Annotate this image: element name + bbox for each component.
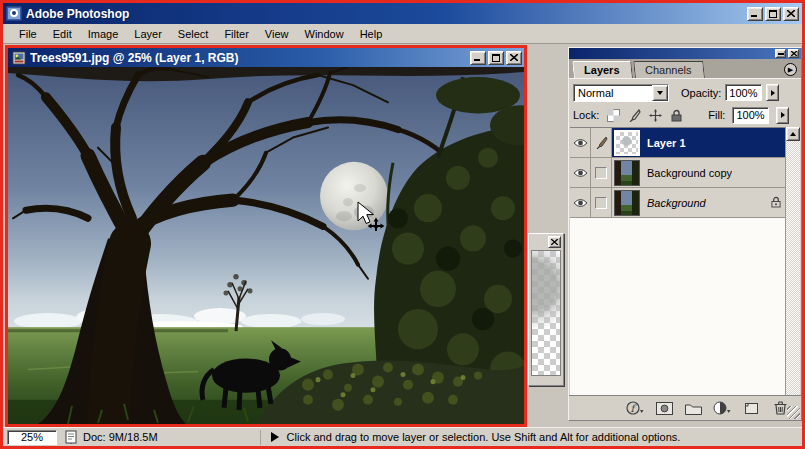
svg-text:f: f [630,402,637,413]
status-bar: 25% Doc: 9M/18.5M Click and drag to move… [3,427,802,446]
document-window: Trees9591.jpg @ 25% (Layer 1, RGB) [5,45,527,427]
moon [320,162,388,231]
layer-lock-icon [771,196,781,210]
layer-name[interactable]: Background [647,197,706,209]
doc-size-readout[interactable]: Doc: 9M/18.5M [83,431,158,443]
layer-row-layer1[interactable]: Layer 1 [570,128,787,158]
scroll-up-icon[interactable] [786,127,800,141]
doc-restore-button[interactable] [488,51,504,65]
palette-minimize-button[interactable] [775,49,786,58]
menu-edit[interactable]: Edit [45,26,80,42]
document-file-icon [12,51,26,65]
menu-view[interactable]: View [257,26,297,42]
maximize-button[interactable] [765,7,781,21]
link-cell[interactable] [591,188,612,217]
status-hint-text: Click and drag to move layer or selectio… [287,431,681,443]
layers-palette: Layers Channels ▶ Normal Opacity: 100% L… [568,47,802,421]
link-cell[interactable] [591,158,612,187]
lock-fill-row: Lock: Fill: 100% [569,103,801,125]
lock-all-icon[interactable] [669,108,683,122]
fill-slider-icon[interactable] [776,107,789,124]
layer-row-main[interactable]: Layer 1 [612,128,787,157]
lock-position-icon[interactable] [648,108,662,122]
palette-close-button[interactable] [788,49,799,58]
status-hint-section: Click and drag to move layer or selectio… [260,430,681,445]
layers-scrollbar[interactable] [785,127,800,410]
layer-list: Layer 1 Background copy [570,127,787,395]
floating-close-button[interactable] [548,236,561,248]
visibility-toggle[interactable] [570,158,591,187]
menu-image[interactable]: Image [80,26,127,42]
window-title: Adobe Photoshop [26,7,747,21]
layer-row-main[interactable]: Background copy [612,158,787,187]
tab-channels-label: Channels [646,64,692,76]
lock-transparency-icon[interactable] [606,108,620,122]
tab-layers-label: Layers [584,64,619,76]
tab-layers[interactable]: Layers [572,61,633,78]
fill-field[interactable]: 100% [732,107,769,124]
blend-mode-value: Normal [574,84,652,102]
doc-close-button[interactable] [506,51,522,65]
close-button[interactable] [783,7,799,21]
visibility-toggle[interactable] [570,188,591,217]
palette-menu-icon[interactable]: ▶ [784,63,797,76]
layer1-thumbnail[interactable] [614,130,640,156]
palette-tabs: Layers Channels ▶ [569,59,801,79]
blend-opacity-row: Normal Opacity: 100% [569,79,801,103]
layer-row-main[interactable]: Background [612,188,787,217]
floating-document-window [528,233,564,386]
lock-image-icon[interactable] [627,108,641,122]
document-title: Trees9591.jpg @ 25% (Layer 1, RGB) [30,51,470,65]
menu-filter[interactable]: Filter [216,26,256,42]
active-brush-icon[interactable] [591,128,612,157]
opacity-label: Opacity: [681,87,721,99]
photoshop-window: Adobe Photoshop File Edit Image Layer Se… [0,0,805,449]
fill-label: Fill: [708,109,725,121]
background-copy-thumbnail[interactable] [614,160,640,186]
title-bar: Adobe Photoshop [3,3,802,24]
minimize-button[interactable] [747,7,763,21]
background-thumbnail[interactable] [614,190,640,216]
blend-dropdown-icon[interactable] [652,85,668,101]
new-layer-icon[interactable] [741,400,761,417]
layer-style-icon[interactable]: f [625,400,645,417]
photo-canvas[interactable] [8,67,524,424]
menu-file[interactable]: File [11,26,45,42]
opacity-slider-icon[interactable] [766,84,779,101]
menu-select[interactable]: Select [170,26,217,42]
layer-row-background-copy[interactable]: Background copy [570,158,787,188]
document-titlebar[interactable]: Trees9591.jpg @ 25% (Layer 1, RGB) [8,48,524,67]
palette-bottom-bar: f [569,395,801,420]
visibility-toggle[interactable] [570,128,591,157]
layer-name[interactable]: Layer 1 [647,137,686,149]
workspace: Trees9591.jpg @ 25% (Layer 1, RGB) [3,44,802,427]
palette-resize-grip[interactable] [787,406,800,419]
new-group-icon[interactable] [683,400,703,417]
layer-name[interactable]: Background copy [647,167,732,179]
menu-layer[interactable]: Layer [126,26,170,42]
tab-channels[interactable]: Channels [634,61,706,78]
status-arrow-icon[interactable] [271,432,279,442]
add-layer-mask-icon[interactable] [654,400,674,417]
menu-help[interactable]: Help [352,26,391,42]
opacity-field[interactable]: 100% [725,84,762,101]
floating-window-titlebar[interactable] [529,234,563,250]
photoshop-app-icon [6,6,22,21]
document-size-icon [65,430,77,444]
adjustment-layer-icon[interactable] [712,400,732,417]
blend-mode-select[interactable]: Normal [573,84,669,102]
lock-label: Lock: [573,109,599,121]
floating-canvas-transparency[interactable] [531,250,561,376]
palette-titlebar[interactable] [569,48,801,59]
layer-row-background[interactable]: Background [570,188,787,218]
menu-window[interactable]: Window [297,26,352,42]
photo-trees-scene [8,67,524,424]
zoom-level-field[interactable]: 25% [7,430,57,445]
menu-bar: File Edit Image Layer Select Filter View… [3,24,802,44]
doc-minimize-button[interactable] [470,51,486,65]
